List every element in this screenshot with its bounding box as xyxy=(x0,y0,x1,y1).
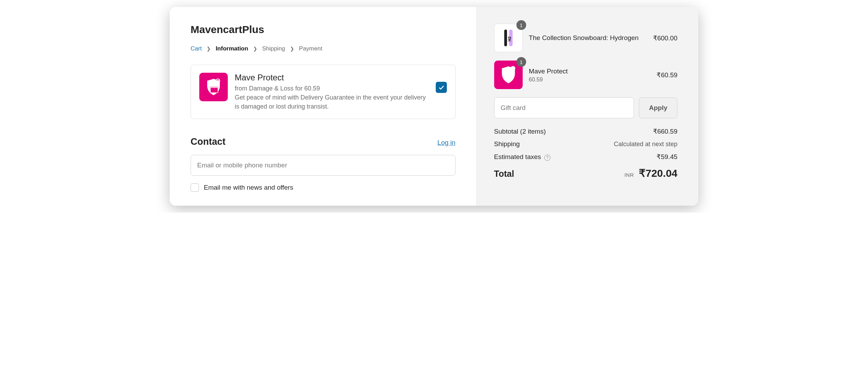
protect-subtitle-2: Get peace of mind with Delivery Guarante… xyxy=(235,93,429,111)
line-item-info: Mave Protect 60.59 xyxy=(529,67,651,83)
newsletter-label: Email me with news and offers xyxy=(204,184,293,191)
contact-header: Contact Log in xyxy=(191,136,456,147)
shipping-value: Calculated at next step xyxy=(614,141,677,148)
newsletter-row: Email me with news and offers xyxy=(191,183,456,192)
protect-toggle-checkbox[interactable] xyxy=(436,82,447,93)
checkout-main: MavencartPlus Cart ❯ Information ❯ Shipp… xyxy=(170,7,476,206)
total-row: Total INR ₹720.04 xyxy=(494,167,677,179)
checkout-container: MavencartPlus Cart ❯ Information ❯ Shipp… xyxy=(170,7,698,206)
shipping-row: Shipping Calculated at next step xyxy=(494,140,677,148)
line-item-price: ₹60.59 xyxy=(657,71,677,79)
qty-badge: 1 xyxy=(516,20,526,30)
breadcrumb-payment: Payment xyxy=(299,45,322,52)
line-item-thumb-wrap: H2 1 xyxy=(494,24,523,52)
chevron-right-icon: ❯ xyxy=(253,46,257,52)
contact-heading: Contact xyxy=(191,136,226,147)
protect-subtitle-1: from Damage & Loss for 60.59 xyxy=(235,84,429,93)
total-label: Total xyxy=(494,169,514,179)
breadcrumb-shipping: Shipping xyxy=(262,45,285,52)
svg-point-2 xyxy=(216,79,220,83)
store-name: MavencartPlus xyxy=(191,24,456,35)
svg-rect-3 xyxy=(504,30,507,46)
taxes-value: ₹59.45 xyxy=(657,153,677,161)
protect-shield-icon xyxy=(199,73,228,101)
line-item: H2 1 The Collection Snowboard: Hydrogen … xyxy=(494,24,677,52)
line-item-name: Mave Protect xyxy=(529,67,651,76)
newsletter-checkbox[interactable] xyxy=(191,183,199,192)
taxes-label: Estimated taxes ? xyxy=(494,153,550,161)
breadcrumb: Cart ❯ Information ❯ Shipping ❯ Payment xyxy=(191,45,456,52)
line-item: 1 Mave Protect 60.59 ₹60.59 xyxy=(494,61,677,89)
qty-badge: 1 xyxy=(516,57,526,67)
protect-title: Mave Protect xyxy=(235,73,429,82)
subtotal-label: Subtotal (2 items) xyxy=(494,128,546,135)
line-item-info: The Collection Snowboard: Hydrogen xyxy=(529,33,647,42)
shipping-label: Shipping xyxy=(494,140,520,148)
svg-text:H2: H2 xyxy=(507,37,512,41)
chevron-right-icon: ❯ xyxy=(207,46,211,52)
taxes-row: Estimated taxes ? ₹59.45 xyxy=(494,153,677,161)
protect-text: Mave Protect from Damage & Loss for 60.5… xyxy=(235,73,429,111)
subtotal-row: Subtotal (2 items) ₹660.59 xyxy=(494,127,677,135)
line-item-name: The Collection Snowboard: Hydrogen xyxy=(529,33,647,42)
total-amount: ₹720.04 xyxy=(639,167,677,179)
line-item-thumb-wrap: 1 xyxy=(494,61,523,89)
chevron-right-icon: ❯ xyxy=(290,46,294,52)
subtotal-value: ₹660.59 xyxy=(653,127,677,135)
order-summary: H2 1 The Collection Snowboard: Hydrogen … xyxy=(476,7,698,206)
discount-row: Apply xyxy=(494,97,677,118)
svg-point-6 xyxy=(511,66,515,71)
line-item-variant: 60.59 xyxy=(529,77,651,83)
help-icon[interactable]: ? xyxy=(544,155,550,161)
total-currency: INR xyxy=(624,172,634,178)
breadcrumb-information: Information xyxy=(216,45,248,52)
login-link[interactable]: Log in xyxy=(437,139,456,147)
email-field[interactable] xyxy=(191,155,456,176)
breadcrumb-cart[interactable]: Cart xyxy=(191,45,202,52)
giftcard-input[interactable] xyxy=(494,97,634,118)
apply-button[interactable]: Apply xyxy=(639,97,677,118)
protect-card: Mave Protect from Damage & Loss for 60.5… xyxy=(191,65,456,119)
line-item-price: ₹600.00 xyxy=(653,34,677,42)
